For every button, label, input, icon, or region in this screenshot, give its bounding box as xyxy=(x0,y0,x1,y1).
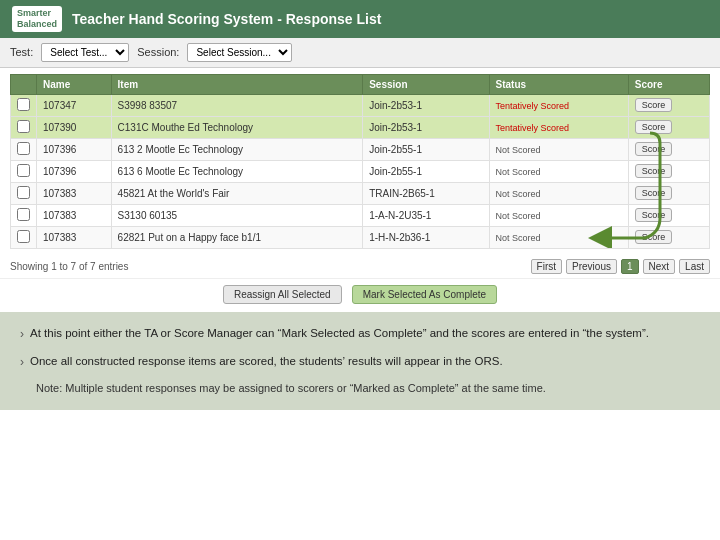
row-item: S3130 60135 xyxy=(111,204,363,226)
row-item: 45821 At the World's Fair xyxy=(111,182,363,204)
showing-text: Showing 1 to 7 of 7 entries xyxy=(10,261,128,272)
prev-page-button[interactable]: Previous xyxy=(566,259,617,274)
mark-complete-button[interactable]: Mark Selected As Complete xyxy=(352,285,497,304)
row-checkbox[interactable] xyxy=(17,230,30,243)
row-name: 107347 xyxy=(37,94,112,116)
col-checkbox xyxy=(11,74,37,94)
row-score-cell: Score xyxy=(628,116,709,138)
score-button[interactable]: Score xyxy=(635,186,673,200)
col-name: Name xyxy=(37,74,112,94)
row-score-cell: Score xyxy=(628,204,709,226)
table-row: 107396 613 2 Mootle Ec Technology Join-2… xyxy=(11,138,710,160)
row-item: C131C Mouthe Ed Technology xyxy=(111,116,363,138)
row-status: Not Scored xyxy=(489,182,628,204)
session-select[interactable]: Select Session... xyxy=(187,43,292,62)
score-button[interactable]: Score xyxy=(635,120,673,134)
row-score-cell: Score xyxy=(628,182,709,204)
row-name: 107383 xyxy=(37,182,112,204)
row-item: 613 2 Mootle Ec Technology xyxy=(111,138,363,160)
bullet-item-1: › At this point either the TA or Score M… xyxy=(20,324,700,344)
score-button[interactable]: Score xyxy=(635,98,673,112)
row-score-cell: Score xyxy=(628,160,709,182)
note-text: Note: Multiple student responses may be … xyxy=(36,380,700,398)
row-name: 107390 xyxy=(37,116,112,138)
row-checkbox-cell xyxy=(11,226,37,248)
current-page[interactable]: 1 xyxy=(621,259,639,274)
col-item: Item xyxy=(111,74,363,94)
page-header: Smarter Balanced Teacher Hand Scoring Sy… xyxy=(0,0,720,38)
bullet-item-2: › Once all constructed response items ar… xyxy=(20,352,700,372)
table-row: 107390 C131C Mouthe Ed Technology Join-2… xyxy=(11,116,710,138)
toolbar: Test: Select Test... Session: Select Ses… xyxy=(0,38,720,68)
bottom-section: › At this point either the TA or Score M… xyxy=(0,312,720,410)
row-session: 1-A-N-2U35-1 xyxy=(363,204,489,226)
row-checkbox[interactable] xyxy=(17,164,30,177)
row-checkbox[interactable] xyxy=(17,142,30,155)
table-row: 107396 613 6 Mootle Ec Technology Join-2… xyxy=(11,160,710,182)
pagination-bar: Showing 1 to 7 of 7 entries First Previo… xyxy=(0,255,720,278)
row-item: 62821 Put on a Happy face b1/1 xyxy=(111,226,363,248)
bullet-arrow-icon-1: › xyxy=(20,325,24,344)
response-table: Name Item Session Status Score 107347 S3… xyxy=(10,74,710,249)
row-name: 107383 xyxy=(37,204,112,226)
bullet-text-1: At this point either the TA or Score Man… xyxy=(30,324,649,344)
row-status: Tentatively Scored xyxy=(489,116,628,138)
score-button[interactable]: Score xyxy=(635,164,673,178)
logo-line2: Balanced xyxy=(17,19,57,30)
row-score-cell: Score xyxy=(628,138,709,160)
reassign-all-button[interactable]: Reassign All Selected xyxy=(223,285,342,304)
logo-line1: Smarter xyxy=(17,8,57,19)
row-session: 1-H-N-2b36-1 xyxy=(363,226,489,248)
score-button[interactable]: Score xyxy=(635,142,673,156)
row-checkbox-cell xyxy=(11,204,37,226)
row-name: 107396 xyxy=(37,138,112,160)
table-row: 107383 45821 At the World's Fair TRAIN-2… xyxy=(11,182,710,204)
row-session: Join-2b55-1 xyxy=(363,138,489,160)
row-item: 613 6 Mootle Ec Technology xyxy=(111,160,363,182)
row-name: 107396 xyxy=(37,160,112,182)
row-status: Tentatively Scored xyxy=(489,94,628,116)
row-checkbox[interactable] xyxy=(17,186,30,199)
table-row: 107383 62821 Put on a Happy face b1/1 1-… xyxy=(11,226,710,248)
row-score-cell: Score xyxy=(628,226,709,248)
row-session: Join-2b55-1 xyxy=(363,160,489,182)
row-session: Join-2b53-1 xyxy=(363,116,489,138)
action-bar: Reassign All Selected Mark Selected As C… xyxy=(0,278,720,310)
row-status: Not Scored xyxy=(489,160,628,182)
score-button[interactable]: Score xyxy=(635,208,673,222)
row-checkbox-cell xyxy=(11,160,37,182)
row-checkbox[interactable] xyxy=(17,98,30,111)
col-session: Session xyxy=(363,74,489,94)
row-checkbox-cell xyxy=(11,182,37,204)
row-session: TRAIN-2B65-1 xyxy=(363,182,489,204)
col-status: Status xyxy=(489,74,628,94)
score-button[interactable]: Score xyxy=(635,230,673,244)
page-title: Teacher Hand Scoring System - Response L… xyxy=(72,11,381,27)
bullet-arrow-icon-2: › xyxy=(20,353,24,372)
logo: Smarter Balanced xyxy=(12,6,62,32)
next-page-button[interactable]: Next xyxy=(643,259,676,274)
row-status: Not Scored xyxy=(489,204,628,226)
row-checkbox-cell xyxy=(11,94,37,116)
row-status: Not Scored xyxy=(489,226,628,248)
row-status: Not Scored xyxy=(489,138,628,160)
test-select[interactable]: Select Test... xyxy=(41,43,129,62)
col-score: Score xyxy=(628,74,709,94)
row-score-cell: Score xyxy=(628,94,709,116)
table-row: 107347 S3998 83507 Join-2b53-1 Tentative… xyxy=(11,94,710,116)
table-row: 107383 S3130 60135 1-A-N-2U35-1 Not Scor… xyxy=(11,204,710,226)
row-checkbox[interactable] xyxy=(17,120,30,133)
row-item: S3998 83507 xyxy=(111,94,363,116)
last-page-button[interactable]: Last xyxy=(679,259,710,274)
row-checkbox-cell xyxy=(11,116,37,138)
row-name: 107383 xyxy=(37,226,112,248)
test-label: Test: xyxy=(10,46,33,58)
first-page-button[interactable]: First xyxy=(531,259,562,274)
table-area: Name Item Session Status Score 107347 S3… xyxy=(0,68,720,255)
row-session: Join-2b53-1 xyxy=(363,94,489,116)
row-checkbox-cell xyxy=(11,138,37,160)
row-checkbox[interactable] xyxy=(17,208,30,221)
session-label: Session: xyxy=(137,46,179,58)
pagination-controls: First Previous 1 Next Last xyxy=(531,259,710,274)
table-header-row: Name Item Session Status Score xyxy=(11,74,710,94)
